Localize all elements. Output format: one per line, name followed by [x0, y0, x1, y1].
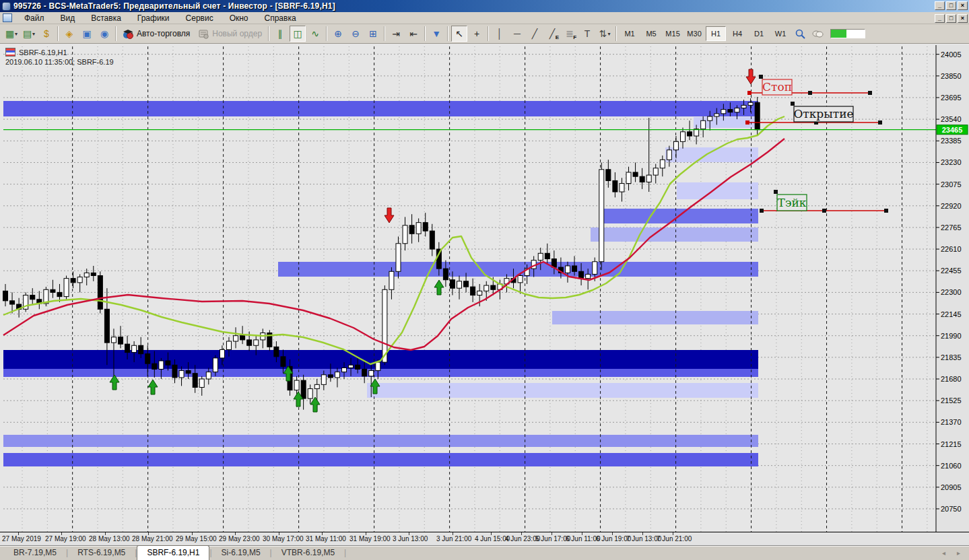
open-level-handle[interactable]: [878, 120, 882, 125]
chart-shift-button[interactable]: ⇤: [405, 26, 422, 42]
menu-окно[interactable]: Окно: [222, 12, 257, 24]
zoom-in-button[interactable]: ⊕: [330, 26, 346, 42]
vertical-line-button[interactable]: │: [492, 26, 508, 42]
auto-trading-button[interactable]: Авто-торговля: [119, 26, 194, 42]
tile-windows-button[interactable]: ⊞: [365, 26, 381, 42]
candle-body: [193, 374, 197, 388]
chart-candles-button[interactable]: ◫: [290, 26, 306, 42]
zoom-out-button[interactable]: ⊖: [347, 26, 364, 42]
timeframe-d1-button[interactable]: D1: [749, 26, 769, 41]
candle-body: [247, 340, 252, 345]
minimize-button[interactable]: _: [935, 1, 945, 10]
take-level-handle[interactable]: [760, 209, 764, 213]
timeframe-m1-button[interactable]: M1: [620, 26, 640, 41]
new-order-button[interactable]: Новый ордер: [194, 26, 266, 42]
stop-level-handle[interactable]: [747, 91, 751, 95]
stop-level-handle[interactable]: [808, 91, 812, 95]
crosshair-button[interactable]: +: [469, 26, 485, 42]
chart-tab-br-7-19-m5[interactable]: BR-7.19,M5: [4, 546, 66, 560]
timeframe-w1-button[interactable]: W1: [770, 26, 791, 41]
data-window-button[interactable]: ▣: [79, 26, 95, 42]
market-watch-button[interactable]: $: [38, 26, 55, 42]
candle-body: [125, 344, 130, 352]
candle-body: [471, 287, 475, 295]
open-level-handle[interactable]: [745, 120, 749, 125]
tab-scroll-left-button[interactable]: ◂: [942, 549, 945, 557]
timeframe-h4-button[interactable]: H4: [727, 26, 747, 41]
candle-body: [199, 379, 204, 387]
toolbar-separator: [447, 26, 448, 41]
take-level-box-anchor[interactable]: [774, 190, 778, 194]
auto-scroll-icon: ⇥: [392, 28, 400, 39]
chart-symbol-label: SBRF-6.19,H1: [19, 48, 67, 57]
candle-body: [226, 341, 231, 349]
toolbar-search-button[interactable]: [792, 26, 808, 42]
new-chart-button[interactable]: ▦▾: [3, 26, 20, 42]
tab-scroll-right-button[interactable]: ▸: [957, 549, 960, 557]
price-tick-label: 22610: [941, 245, 962, 253]
chart-bars-button[interactable]: ∥: [272, 26, 288, 42]
chart-tab-vtbr-6-19-m5[interactable]: VTBR-6.19,M5: [272, 546, 344, 560]
restore-button-child[interactable]: □: [946, 14, 956, 23]
take-level-handle[interactable]: [884, 209, 888, 213]
title-bar: 995726 - BCS-MetaTrader5: Предварительны…: [0, 0, 969, 12]
toolbar-chat-button[interactable]: [809, 26, 826, 42]
timeframe-m5-button[interactable]: M5: [641, 26, 661, 41]
trendline-button[interactable]: ╱: [527, 26, 543, 42]
menu-вставка[interactable]: Вставка: [83, 12, 129, 24]
time-axis-label: 27 May 19:00: [45, 535, 86, 542]
current-price-value: 23465: [942, 126, 963, 134]
profiles-button[interactable]: ▤▾: [21, 26, 37, 42]
horizontal-line-icon: ─: [514, 28, 521, 39]
minimize-button-child[interactable]: _: [935, 14, 945, 23]
chart-tab-si-6-19-m5[interactable]: Si-6.19,M5: [212, 546, 270, 560]
child-window-icon[interactable]: [3, 13, 12, 22]
cursor-button[interactable]: ↖: [451, 26, 467, 42]
open-level-label: Открытие: [793, 107, 853, 120]
sub-letter: E: [556, 34, 559, 40]
horizontal-line-button[interactable]: ─: [509, 26, 525, 42]
menu-графики[interactable]: Графики: [129, 12, 178, 24]
stop-level-handle[interactable]: [868, 91, 872, 95]
save-template-button[interactable]: ▼: [428, 26, 444, 42]
candle-body: [145, 354, 150, 364]
close-button[interactable]: ×: [958, 1, 968, 10]
text-tool-button[interactable]: T: [579, 26, 595, 42]
candle-body: [667, 150, 671, 160]
auto-scroll-button[interactable]: ⇥: [388, 26, 404, 42]
price-tick-label: 21835: [941, 353, 962, 361]
chart-line-button[interactable]: ∿: [307, 26, 323, 42]
fibonacci-icon: ≣: [566, 28, 574, 39]
menu-сервис[interactable]: Сервис: [178, 12, 222, 24]
timeframe-h1-button[interactable]: H1: [706, 26, 726, 41]
chart-plot-area[interactable]: СтопОткрытиеТэйк240052385023695235402338…: [0, 45, 969, 532]
equidistant-channel-button[interactable]: ╱E: [544, 26, 560, 42]
price-tick-label: 21215: [941, 440, 962, 448]
time-axis-label: 28 May 13:00: [89, 535, 130, 542]
menu-вид[interactable]: Вид: [53, 12, 83, 24]
candle-body: [104, 309, 109, 343]
history-center-button[interactable]: ◈: [61, 26, 77, 42]
candle-body: [328, 375, 333, 378]
menu-файл[interactable]: Файл: [16, 12, 53, 24]
close-button-child[interactable]: ×: [958, 14, 968, 23]
price-tick-label: 23850: [941, 72, 962, 80]
menu-справка[interactable]: Справка: [257, 12, 304, 24]
take-level-handle[interactable]: [822, 209, 826, 213]
timeframe-m15-button[interactable]: M15: [663, 26, 683, 41]
signals-button[interactable]: ◉: [96, 26, 112, 42]
fibonacci-button[interactable]: ≣F: [562, 26, 578, 42]
open-level-box-anchor[interactable]: [791, 102, 795, 106]
chart-tab-rts-6-19-m5[interactable]: RTS-6.19,M5: [68, 546, 135, 560]
candle-body: [71, 279, 75, 283]
chart-tab-sbrf-6-19-h1[interactable]: SBRF-6.19,H1: [137, 545, 209, 560]
supply-demand-zone: [367, 383, 758, 398]
arrows-tool-button[interactable]: ⇅▾: [597, 26, 613, 42]
time-axis[interactable]: 27 May 201927 May 19:0028 May 13:0028 Ma…: [0, 532, 969, 545]
timeframe-m30-button[interactable]: M30: [684, 26, 704, 41]
stop-level-box-anchor[interactable]: [759, 75, 763, 79]
price-tick-label: 22455: [941, 267, 962, 275]
cursor-icon: ↖: [455, 28, 463, 39]
restore-button[interactable]: □: [946, 1, 956, 10]
candle-body: [172, 365, 177, 378]
